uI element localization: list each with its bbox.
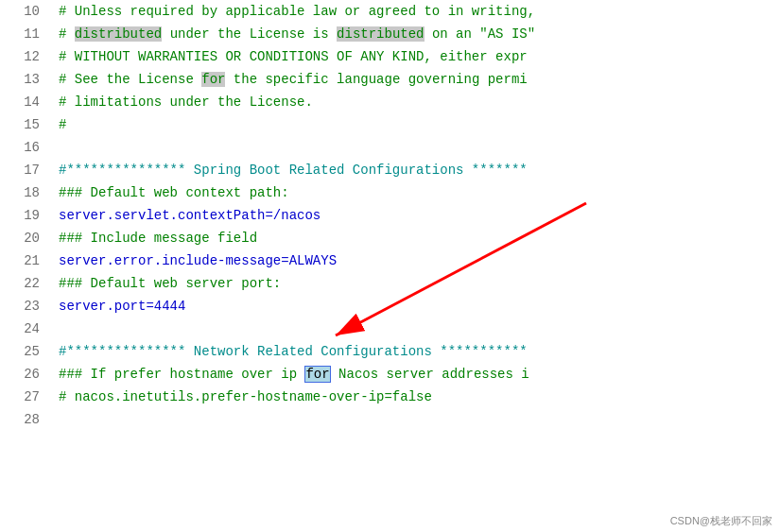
code-line: # WITHOUT WARRANTIES OR CONDITIONS OF AN… (59, 45, 780, 68)
code-line: server.error.include-message=ALWAYS (59, 249, 780, 272)
code-content: # Unless required by applicable law or a… (47, 0, 780, 532)
code-line: # (59, 113, 780, 136)
line-number: 27 (8, 386, 40, 408)
code-line: server.port=4444 (59, 295, 780, 317)
line-number: 15 (8, 113, 40, 136)
code-line: ### Default web server port: (59, 272, 780, 295)
line-number: 11 (8, 23, 40, 45)
line-number: 17 (8, 159, 40, 181)
code-line: ### Default web context path: (59, 181, 780, 204)
code-line: # distributed under the License is distr… (59, 23, 780, 45)
code-line: #*************** Network Related Configu… (59, 340, 780, 363)
line-number: 10 (8, 0, 40, 23)
code-line (59, 317, 780, 340)
line-number: 25 (8, 340, 40, 363)
code-line: # See the License for the specific langu… (59, 68, 780, 91)
code-line: ### Include message field (59, 227, 780, 249)
line-number: 21 (8, 249, 40, 272)
code-line: ### If prefer hostname over ip for Nacos… (59, 363, 780, 386)
line-numbers: 10111213141516171819202122232425262728 (0, 0, 47, 532)
line-number: 18 (8, 181, 40, 204)
line-number: 20 (8, 227, 40, 249)
line-number: 13 (8, 68, 40, 91)
code-line: #*************** Spring Boot Related Con… (59, 159, 780, 181)
code-line: # nacos.inetutils.prefer-hostname-over-i… (59, 386, 780, 408)
code-line: # limitations under the License. (59, 91, 780, 113)
line-number: 26 (8, 363, 40, 386)
line-number: 12 (8, 45, 40, 68)
code-line (59, 136, 780, 159)
line-number: 16 (8, 136, 40, 159)
line-number: 19 (8, 204, 40, 227)
code-editor: 10111213141516171819202122232425262728 #… (0, 0, 780, 532)
line-number: 28 (8, 408, 40, 431)
code-line: server.servlet.contextPath=/nacos (59, 204, 780, 227)
code-line: # Unless required by applicable law or a… (59, 0, 780, 23)
line-number: 24 (8, 317, 40, 340)
line-number: 22 (8, 272, 40, 295)
line-number: 23 (8, 295, 40, 317)
code-line (59, 408, 780, 431)
watermark: CSDN@栈老师不回家 (670, 514, 772, 528)
line-number: 14 (8, 91, 40, 113)
